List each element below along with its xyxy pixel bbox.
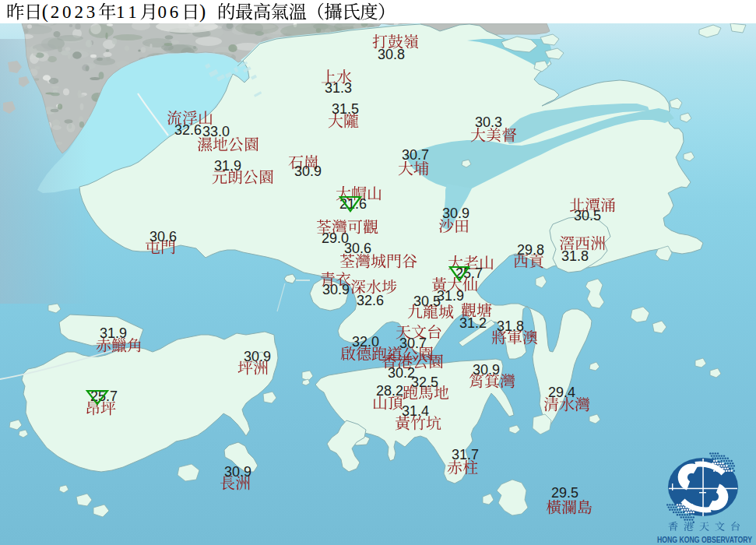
- svg-text:32.5: 32.5: [411, 374, 438, 390]
- svg-text:30.5: 30.5: [574, 208, 601, 223]
- svg-text:31.8: 31.8: [561, 248, 589, 264]
- svg-text:30.9: 30.9: [322, 282, 350, 297]
- svg-text:(: (: [42, 1, 48, 23]
- svg-text:31.9: 31.9: [100, 325, 127, 341]
- svg-text:HONG KONG OBSERVATORY: HONG KONG OBSERVATORY: [657, 535, 753, 544]
- svg-text:30.5: 30.5: [413, 294, 441, 309]
- svg-text:6: 6: [170, 2, 179, 22]
- svg-text:31.3: 31.3: [325, 80, 352, 96]
- svg-text:31.9: 31.9: [437, 288, 464, 304]
- svg-text:30.9: 30.9: [224, 464, 251, 480]
- svg-text:31.8: 31.8: [497, 318, 524, 334]
- svg-text:1: 1: [116, 2, 125, 22]
- svg-text:30.6: 30.6: [149, 229, 177, 244]
- svg-text:0: 0: [157, 2, 167, 22]
- svg-text:29.5: 29.5: [551, 485, 578, 501]
- svg-text:32.6: 32.6: [357, 293, 384, 308]
- svg-text:31.9: 31.9: [214, 158, 241, 174]
- svg-text:30.6: 30.6: [344, 241, 371, 256]
- svg-text:29.8: 29.8: [517, 242, 544, 258]
- svg-text:30.7: 30.7: [399, 336, 427, 351]
- svg-text:31.7: 31.7: [452, 447, 479, 462]
- svg-text:32.0: 32.0: [352, 334, 379, 350]
- svg-text:30.9: 30.9: [442, 206, 469, 221]
- svg-text:30.9: 30.9: [294, 164, 322, 179]
- svg-text:29.4: 29.4: [548, 385, 575, 400]
- svg-text:30.7: 30.7: [402, 147, 429, 163]
- svg-text:33.0: 33.0: [202, 124, 230, 139]
- svg-text:1: 1: [128, 2, 137, 22]
- svg-text:31.5: 31.5: [332, 101, 359, 117]
- svg-text:31.2: 31.2: [459, 315, 487, 331]
- svg-text:21.6: 21.6: [339, 196, 367, 212]
- svg-text:30.8: 30.8: [378, 47, 405, 62]
- svg-text:): ): [199, 1, 206, 23]
- svg-text:32.6: 32.6: [174, 122, 202, 138]
- svg-text:30.9: 30.9: [473, 362, 500, 378]
- svg-text:2: 2: [74, 2, 83, 22]
- svg-text:3: 3: [86, 2, 96, 22]
- svg-text:31.4: 31.4: [402, 403, 429, 419]
- svg-text:0: 0: [62, 2, 72, 22]
- svg-text:30.9: 30.9: [244, 349, 271, 364]
- svg-text:2: 2: [51, 2, 60, 22]
- svg-text:28.2: 28.2: [376, 383, 403, 399]
- svg-text:30.3: 30.3: [475, 114, 502, 130]
